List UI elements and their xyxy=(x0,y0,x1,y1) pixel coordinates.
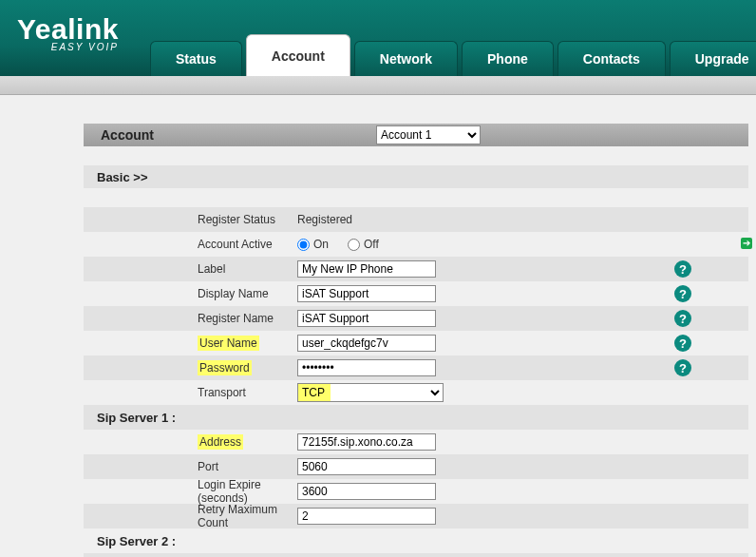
logo: Yealink EASY VOIP xyxy=(17,13,119,52)
row-register-status: Register Status Registered xyxy=(84,207,748,232)
nav-tabs: Status Account Network Phone Contacts Up… xyxy=(150,0,756,76)
register-status-value: Registered xyxy=(297,213,516,226)
tab-network[interactable]: Network xyxy=(354,41,458,76)
account-label: Account xyxy=(101,127,154,143)
help-icon[interactable]: ? xyxy=(674,285,691,302)
row-transport: Transport TCP xyxy=(84,380,748,405)
brand-name: Yealink xyxy=(17,13,119,46)
content: ➔ Account Account 1 Basic >> Register St… xyxy=(0,95,756,557)
row-display-name: Display Name ? xyxy=(84,281,748,306)
register-status-label: Register Status xyxy=(84,213,297,226)
sip1-expire-label: Login Expire (seconds) xyxy=(84,478,297,505)
row-sip1-address: Address xyxy=(84,430,748,454)
sip1-retry-input[interactable] xyxy=(297,508,436,525)
tab-account[interactable]: Account xyxy=(246,34,350,76)
display-name-input[interactable] xyxy=(297,285,436,302)
account-active-on-label: On xyxy=(313,238,329,251)
sub-bar xyxy=(0,76,756,95)
help-icon[interactable]: ? xyxy=(674,310,691,327)
tab-phone[interactable]: Phone xyxy=(462,41,554,76)
basic-title: Basic >> xyxy=(97,170,148,184)
sip1-expire-input[interactable] xyxy=(297,483,436,500)
sip1-port-label: Port xyxy=(84,460,297,473)
row-sip1-expire: Login Expire (seconds) xyxy=(84,479,748,504)
account-active-off-label: Off xyxy=(364,238,379,251)
account-active-on-radio[interactable] xyxy=(297,239,310,251)
sip2-title: Sip Server 2 : xyxy=(84,534,297,548)
sip1-title: Sip Server 1 : xyxy=(84,411,297,425)
tab-upgrade[interactable]: Upgrade xyxy=(670,41,756,76)
row-sip1-port: Port xyxy=(84,454,748,479)
row-sip2-address: Address xyxy=(84,553,748,557)
transport-label: Transport xyxy=(84,386,297,399)
account-select[interactable]: Account 1 xyxy=(376,125,481,144)
sip1-address-input[interactable] xyxy=(297,433,436,451)
sip1-retry-label: Retry Maximum Count xyxy=(84,503,297,529)
row-sip1-retry: Retry Maximum Count xyxy=(84,504,748,528)
tab-status[interactable]: Status xyxy=(150,41,242,76)
label-lbl: Label xyxy=(84,262,297,276)
account-band: Account Account 1 xyxy=(84,124,748,146)
transport-select[interactable]: TCP xyxy=(297,383,444,402)
basic-header[interactable]: Basic >> xyxy=(84,165,748,188)
row-password: Password ? xyxy=(84,355,748,380)
help-icon[interactable]: ? xyxy=(674,260,691,278)
register-name-label: Register Name xyxy=(84,312,297,325)
sip2-header-row: Sip Server 2 : xyxy=(84,528,748,553)
register-name-input[interactable] xyxy=(297,310,436,327)
sip1-address-label: Address xyxy=(198,434,243,450)
help-icon[interactable]: ? xyxy=(674,335,691,352)
display-name-label: Display Name xyxy=(84,287,297,300)
password-label: Password xyxy=(198,360,252,375)
row-user-name: User Name ? xyxy=(84,331,748,355)
expand-panel-icon[interactable]: ➔ xyxy=(741,238,752,249)
account-active-label: Account Active xyxy=(84,238,297,251)
row-label: Label ? xyxy=(84,257,748,281)
sip1-port-input[interactable] xyxy=(297,458,436,475)
label-input[interactable] xyxy=(297,260,436,278)
header: Yealink EASY VOIP Status Account Network… xyxy=(0,0,756,76)
tab-contacts[interactable]: Contacts xyxy=(558,41,666,76)
sip1-header-row: Sip Server 1 : xyxy=(84,405,748,430)
password-input[interactable] xyxy=(297,359,436,376)
user-name-input[interactable] xyxy=(297,335,436,352)
account-active-value: On Off xyxy=(297,238,516,251)
account-active-off-radio[interactable] xyxy=(348,239,360,251)
help-icon[interactable]: ? xyxy=(674,359,691,376)
user-name-label: User Name xyxy=(198,336,259,351)
row-account-active: Account Active On Off xyxy=(84,232,748,257)
row-register-name: Register Name ? xyxy=(84,306,748,331)
